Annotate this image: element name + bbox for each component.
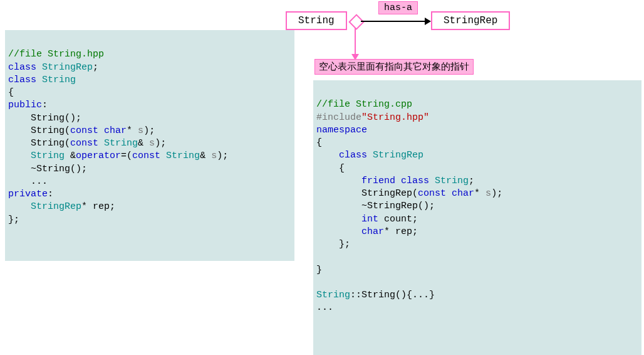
ctor: String: [31, 113, 65, 124]
kw-class: class: [401, 176, 429, 186]
ellipsis: ...: [31, 176, 48, 187]
kw-const: const: [70, 138, 98, 149]
type-string: String: [435, 176, 469, 186]
type-string: String: [31, 151, 65, 161]
kw-class: class: [8, 62, 36, 73]
type-string: String: [42, 75, 76, 85]
kw-public: public: [8, 100, 42, 110]
type-string: String: [104, 138, 138, 149]
uml-class-stringrep: StringRep: [431, 11, 510, 30]
ellipsis: ...: [316, 302, 333, 313]
uml-arrowhead-right-icon: [425, 18, 431, 25]
brace-close: }: [316, 265, 322, 275]
kw-int: int: [361, 214, 378, 225]
kw-char: char: [452, 188, 474, 199]
kw-friend: friend: [361, 176, 395, 186]
brace-close: };: [8, 215, 19, 225]
uml-note-line: [355, 28, 356, 56]
kw-const: const: [418, 188, 446, 199]
preproc-include: #include: [316, 112, 361, 123]
uml-note: 空心表示里面有指向其它对象的指针: [314, 59, 474, 75]
param-s: s: [486, 188, 491, 199]
kw-namespace: namespace: [316, 125, 367, 135]
uml-connector-line: [361, 21, 428, 22]
code-block-cpp: //file String.cpp #include"String.hpp" n…: [313, 80, 641, 355]
brace: {: [339, 163, 345, 174]
scope-string: String: [316, 290, 350, 300]
kw-const: const: [70, 125, 98, 136]
kw-char: char: [104, 125, 127, 136]
code-comment: //file String.hpp: [8, 49, 104, 60]
kw-operator: operator: [76, 151, 121, 161]
code-block-hpp: //file String.hpp class StringRep; class…: [5, 30, 294, 261]
kw-private: private: [8, 189, 48, 199]
brace-close: };: [339, 239, 350, 250]
kw-const: const: [132, 151, 160, 161]
member-rep: rep: [395, 226, 412, 237]
kw-class: class: [8, 75, 36, 85]
member-count: count: [384, 214, 412, 225]
uml-arrowhead-down-icon: [351, 54, 359, 60]
type-stringrep: StringRep: [42, 62, 93, 73]
member-rep: rep: [93, 201, 110, 212]
type-stringrep: StringRep: [373, 150, 423, 161]
brace: {: [8, 87, 14, 98]
brace: {: [316, 137, 322, 148]
ctor: String: [361, 290, 395, 300]
param-s: s: [138, 125, 143, 136]
dtor: String: [36, 164, 70, 174]
uml-aggregation-diamond-icon: [348, 14, 364, 29]
type-string: String: [166, 151, 200, 161]
ctor: String: [31, 125, 65, 136]
kw-char: char: [361, 226, 384, 237]
param-s: s: [211, 151, 217, 161]
uml-relation-label: has-a: [378, 1, 418, 14]
kw-class: class: [339, 150, 367, 161]
uml-class-string: String: [286, 11, 347, 30]
dtor: StringRep: [367, 201, 418, 211]
ctor: String: [31, 138, 65, 149]
param-s: s: [149, 138, 155, 149]
ctor: StringRep: [361, 188, 412, 199]
include-path: "String.hpp": [361, 112, 429, 123]
type-stringrep: StringRep: [31, 201, 81, 212]
code-comment: //file String.cpp: [316, 99, 412, 110]
